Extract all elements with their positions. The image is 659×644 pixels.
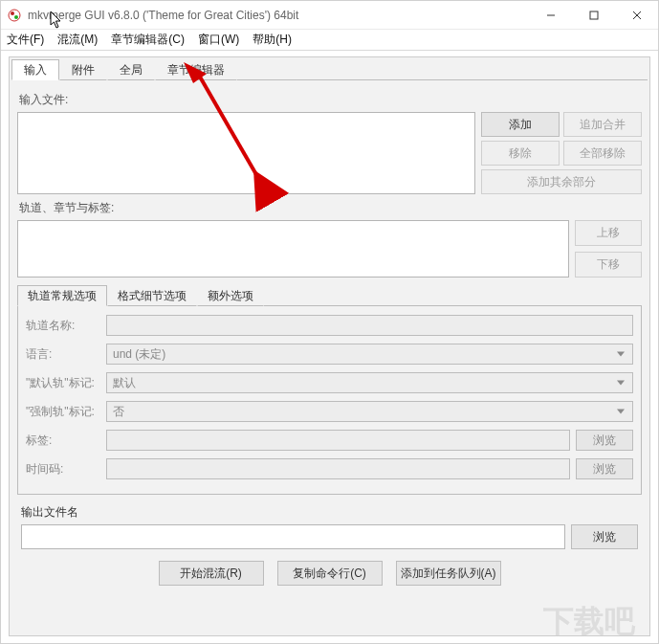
titlebar: mkvmerge GUI v6.8.0 ('Theme for Great Ci… — [1, 1, 658, 30]
language-label: 语言: — [26, 346, 100, 363]
svg-rect-4 — [590, 11, 598, 19]
subtab-general[interactable]: 轨道常规选项 — [17, 285, 107, 306]
tags-label: 标签: — [26, 433, 100, 449]
track-name-label: 轨道名称: — [26, 318, 100, 334]
main-panel: 输入 附件 全局 章节编辑器 输入文件: 添加 追加合并 移除 全部移除 添加其… — [9, 56, 650, 636]
tracks-list[interactable] — [17, 220, 569, 278]
window-buttons — [529, 1, 658, 30]
tags-browse-button[interactable]: 浏览 — [576, 430, 633, 451]
close-button[interactable] — [615, 1, 658, 30]
track-options-body: 轨道名称: 语言: und (未定) "默认轨"标记: 默认 "强制轨"标记: … — [17, 306, 642, 495]
subtab-format[interactable]: 格式细节选项 — [107, 285, 197, 306]
footer-buttons: 开始混流(R) 复制命令行(C) 添加到任务队列(A) — [17, 561, 642, 586]
remove-button[interactable]: 移除 — [481, 141, 560, 166]
subtab-extra[interactable]: 额外选项 — [197, 285, 264, 306]
menu-mux[interactable]: 混流(M) — [57, 32, 98, 48]
start-muxing-button[interactable]: 开始混流(R) — [159, 561, 264, 586]
menubar: 文件(F) 混流(M) 章节编辑器(C) 窗口(W) 帮助(H) — [1, 30, 658, 51]
maximize-button[interactable] — [572, 1, 615, 30]
tab-global[interactable]: 全局 — [107, 59, 155, 80]
output-filename-label: 输出文件名 — [21, 504, 642, 521]
tab-attachments[interactable]: 附件 — [59, 59, 107, 80]
svg-point-2 — [14, 15, 18, 19]
window-title: mkvmerge GUI v6.8.0 ('Theme for Great Ci… — [28, 9, 529, 22]
output-filename-input[interactable] — [21, 524, 565, 549]
tags-input[interactable] — [106, 430, 570, 451]
remove-all-button[interactable]: 全部移除 — [563, 141, 642, 166]
track-name-input[interactable] — [106, 315, 633, 336]
tab-chapter-editor[interactable]: 章节编辑器 — [155, 59, 237, 80]
menu-file[interactable]: 文件(F) — [7, 32, 44, 48]
svg-point-1 — [11, 11, 14, 15]
default-track-select[interactable]: 默认 — [106, 372, 633, 393]
copy-cmdline-button[interactable]: 复制命令行(C) — [277, 561, 383, 586]
forced-track-select[interactable]: 否 — [106, 401, 633, 422]
add-parts-button[interactable]: 添加其余部分 — [481, 169, 642, 194]
tracks-label: 轨道、章节与标签: — [19, 200, 642, 216]
output-browse-button[interactable]: 浏览 — [571, 524, 638, 549]
minimize-button[interactable] — [529, 1, 572, 30]
top-tabstrip: 输入 附件 全局 章节编辑器 — [11, 59, 648, 80]
tab-input[interactable]: 输入 — [11, 59, 59, 80]
move-up-button[interactable]: 上移 — [575, 220, 642, 246]
svg-point-0 — [9, 10, 20, 21]
add-to-queue-button[interactable]: 添加到任务队列(A) — [396, 561, 501, 586]
timecodes-label: 时间码: — [26, 461, 100, 477]
track-option-tabs: 轨道常规选项 格式细节选项 额外选项 — [17, 285, 642, 306]
app-icon — [7, 8, 22, 23]
timecodes-browse-button[interactable]: 浏览 — [576, 458, 633, 479]
default-track-label: "默认轨"标记: — [26, 375, 100, 391]
timecodes-input[interactable] — [106, 458, 570, 479]
input-files-list[interactable] — [17, 112, 475, 194]
append-button[interactable]: 追加合并 — [563, 112, 642, 137]
add-button[interactable]: 添加 — [481, 112, 560, 137]
move-down-button[interactable]: 下移 — [575, 252, 642, 278]
input-files-label: 输入文件: — [19, 92, 642, 108]
menu-window[interactable]: 窗口(W) — [198, 32, 239, 48]
language-select[interactable]: und (未定) — [106, 344, 633, 365]
tab-body: 输入文件: 添加 追加合并 移除 全部移除 添加其余部分 轨道、章节与标签: — [11, 80, 648, 588]
menu-chapter-editor[interactable]: 章节编辑器(C) — [111, 32, 185, 48]
forced-track-label: "强制轨"标记: — [26, 404, 100, 420]
menu-help[interactable]: 帮助(H) — [253, 32, 292, 48]
